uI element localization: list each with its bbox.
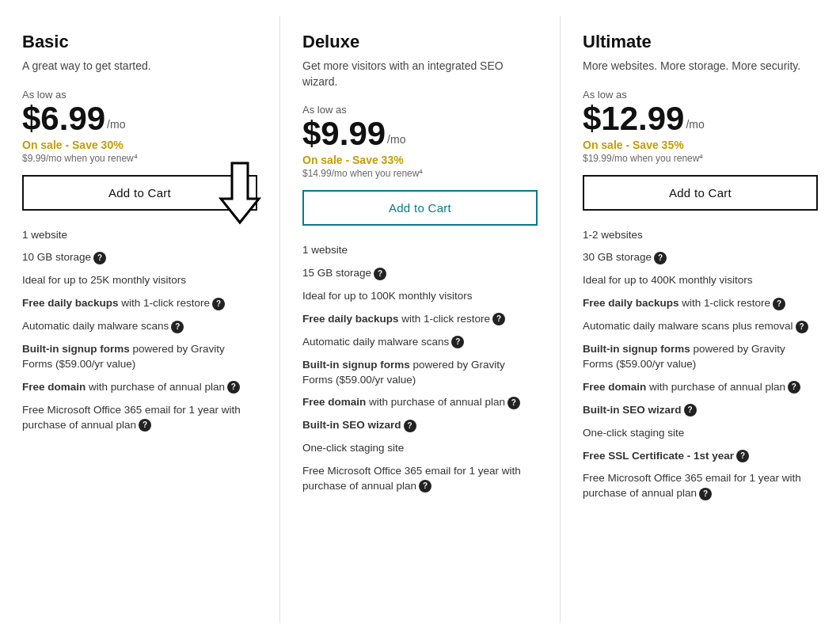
- help-icon[interactable]: ?: [171, 321, 184, 333]
- renew-price-deluxe: $14.99/mo when you renew⁴: [302, 168, 538, 179]
- help-icon[interactable]: ?: [451, 336, 464, 348]
- list-item: One-click staging site: [583, 426, 818, 441]
- list-item: One-click staging site: [302, 441, 538, 456]
- help-icon[interactable]: ?: [492, 313, 505, 325]
- renew-price-ultimate: $19.99/mo when you renew⁴: [583, 153, 818, 164]
- list-item: Free daily backups with 1-click restore?: [583, 296, 818, 311]
- price-row-basic: $6.99/mo: [22, 102, 257, 135]
- list-item: Free Microsoft Office 365 email for 1 ye…: [22, 403, 257, 433]
- btn-wrapper-deluxe: Add to Cart: [302, 190, 538, 226]
- price-mo-basic: /mo: [107, 118, 125, 131]
- list-item: Built-in signup forms powered by Gravity…: [583, 342, 818, 372]
- help-icon[interactable]: ?: [699, 488, 712, 500]
- price-amount-deluxe: $9.99: [302, 117, 386, 150]
- btn-wrapper-ultimate: Add to Cart: [583, 175, 818, 211]
- features-list-ultimate: 1-2 websites30 GB storage?Ideal for up t…: [583, 228, 818, 502]
- list-item: Automatic daily malware scans plus remov…: [583, 319, 818, 334]
- list-item: Built-in SEO wizard?: [583, 403, 818, 418]
- help-icon[interactable]: ?: [227, 381, 240, 394]
- as-low-as-deluxe: As low as: [302, 104, 538, 116]
- help-icon[interactable]: ?: [736, 450, 749, 462]
- plans-container: BasicA great way to get started.As low a…: [0, 0, 840, 639]
- price-amount-ultimate: $12.99: [583, 102, 684, 135]
- list-item: 15 GB storage?: [302, 266, 538, 281]
- plan-col-deluxe: DeluxeGet more visitors with an integrat…: [280, 16, 561, 623]
- sale-badge-basic: On sale - Save 30%: [22, 139, 257, 151]
- add-to-cart-btn-ultimate[interactable]: Add to Cart: [583, 175, 818, 211]
- help-icon[interactable]: ?: [507, 397, 520, 409]
- price-row-ultimate: $12.99/mo: [583, 102, 818, 135]
- plan-col-ultimate: UltimateMore websites. More storage. Mor…: [561, 16, 840, 623]
- features-list-basic: 1 website10 GB storage?Ideal for up to 2…: [22, 228, 257, 433]
- price-mo-deluxe: /mo: [387, 133, 405, 146]
- price-mo-ultimate: /mo: [686, 118, 704, 131]
- help-icon[interactable]: ?: [684, 404, 697, 416]
- help-icon[interactable]: ?: [773, 298, 785, 310]
- help-icon[interactable]: ?: [654, 252, 667, 264]
- list-item: Free daily backups with 1-click restore?: [22, 296, 257, 311]
- list-item: 10 GB storage?: [22, 250, 257, 265]
- help-icon[interactable]: ?: [796, 321, 808, 333]
- list-item: Free Microsoft Office 365 email for 1 ye…: [583, 471, 818, 501]
- help-icon[interactable]: ?: [419, 480, 431, 493]
- list-item: 1 website: [22, 228, 257, 243]
- list-item: Free domain with purchase of annual plan…: [22, 380, 257, 395]
- help-icon[interactable]: ?: [139, 419, 151, 432]
- sale-badge-deluxe: On sale - Save 33%: [302, 154, 538, 166]
- plan-col-basic: BasicA great way to get started.As low a…: [0, 16, 280, 623]
- plan-tagline-deluxe: Get more visitors with an integrated SEO…: [302, 59, 538, 89]
- list-item: Automatic daily malware scans?: [22, 319, 257, 334]
- list-item: Free domain with purchase of annual plan…: [302, 395, 538, 410]
- list-item: Free domain with purchase of annual plan…: [583, 380, 818, 395]
- add-to-cart-btn-basic[interactable]: Add to Cart: [22, 175, 257, 211]
- plan-name-basic: Basic: [22, 32, 257, 52]
- help-icon[interactable]: ?: [788, 381, 800, 394]
- list-item: 30 GB storage?: [583, 250, 818, 265]
- list-item: Free Microsoft Office 365 email for 1 ye…: [302, 464, 538, 494]
- price-row-deluxe: $9.99/mo: [302, 117, 538, 150]
- list-item: Automatic daily malware scans?: [302, 335, 538, 350]
- list-item: Ideal for up to 400K monthly visitors: [583, 273, 818, 288]
- plan-tagline-ultimate: More websites. More storage. More securi…: [583, 59, 818, 74]
- plan-tagline-basic: A great way to get started.: [22, 59, 257, 74]
- price-amount-basic: $6.99: [22, 102, 105, 135]
- list-item: Ideal for up to 25K monthly visitors: [22, 273, 257, 288]
- list-item: 1 website: [302, 243, 538, 258]
- plan-name-deluxe: Deluxe: [302, 32, 538, 52]
- list-item: Built-in signup forms powered by Gravity…: [302, 358, 538, 388]
- sale-badge-ultimate: On sale - Save 35%: [583, 139, 818, 151]
- help-icon[interactable]: ?: [404, 420, 416, 432]
- as-low-as-basic: As low as: [22, 89, 257, 101]
- list-item: Built-in SEO wizard?: [302, 418, 538, 433]
- list-item: Free SSL Certificate - 1st year?: [583, 449, 818, 464]
- help-icon[interactable]: ?: [93, 252, 106, 264]
- plan-name-ultimate: Ultimate: [583, 32, 818, 52]
- btn-wrapper-basic: Add to Cart: [22, 175, 257, 211]
- list-item: Free daily backups with 1-click restore?: [302, 312, 538, 327]
- renew-price-basic: $9.99/mo when you renew⁴: [22, 153, 257, 164]
- list-item: 1-2 websites: [583, 228, 818, 243]
- help-icon[interactable]: ?: [374, 268, 386, 280]
- features-list-deluxe: 1 website15 GB storage?Ideal for up to 1…: [302, 243, 538, 494]
- list-item: Ideal for up to 100K monthly visitors: [302, 289, 538, 304]
- list-item: Built-in signup forms powered by Gravity…: [22, 342, 257, 372]
- as-low-as-ultimate: As low as: [583, 89, 818, 101]
- add-to-cart-btn-deluxe[interactable]: Add to Cart: [302, 190, 538, 226]
- help-icon[interactable]: ?: [212, 298, 225, 310]
